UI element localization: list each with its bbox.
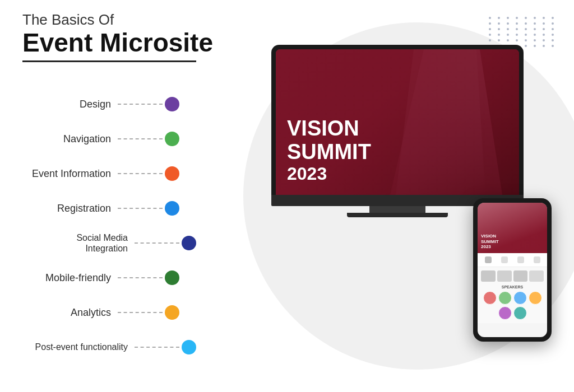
label-event-information: Event Information — [22, 168, 118, 180]
list-item-mobile-friendly: Mobile-friendly — [22, 260, 196, 295]
phone-grid-item-1 — [481, 270, 496, 282]
dashed-post-event — [135, 347, 179, 348]
list-item-event-information: Event Information — [22, 156, 196, 191]
laptop-line3: 2023 — [287, 164, 371, 184]
phone-line1: VISION — [481, 234, 499, 239]
header-title: Event Microsite — [22, 29, 213, 57]
label-navigation: Navigation — [22, 133, 118, 145]
phone-speakers-label: SPEAKERS — [481, 285, 544, 289]
page-header: The Basics Of Event Microsite — [22, 11, 213, 62]
header-subtitle: The Basics Of — [22, 11, 213, 29]
header-underline — [22, 60, 196, 62]
list-item-post-event: Post-event functionality — [22, 330, 196, 365]
dashed-social-media — [135, 242, 179, 244]
phone-avatar-3 — [529, 291, 542, 305]
laptop-screen-outer: VISION SUMMIT 2023 — [271, 45, 524, 195]
phone-nav-bar — [478, 253, 547, 267]
label-design: Design — [22, 99, 118, 110]
phone-top-image: VISION SUMMIT 2023 — [478, 203, 547, 253]
phone-avatars — [481, 291, 544, 320]
laptop-foot — [347, 213, 448, 217]
list-item-navigation: Navigation — [22, 122, 196, 156]
laptop-event-title: VISION SUMMIT 2023 — [287, 117, 371, 184]
laptop-screen: VISION SUMMIT 2023 — [276, 49, 519, 195]
dot-navigation — [165, 132, 179, 146]
dashed-navigation — [118, 138, 163, 139]
phone-mockup: VISION SUMMIT 2023 SPEAKERS — [473, 198, 552, 342]
phone-screen: VISION SUMMIT 2023 SPEAKERS — [478, 203, 547, 337]
phone-content: SPEAKERS — [478, 267, 547, 323]
list-item-registration: Registration — [22, 191, 196, 226]
label-social-media: Social MediaIntegration — [22, 232, 135, 254]
phone-event-title: VISION SUMMIT 2023 — [481, 234, 499, 250]
dot-mobile-friendly — [165, 270, 179, 285]
list-item-social-media: Social MediaIntegration — [22, 226, 196, 260]
laptop-line1: VISION — [287, 117, 371, 141]
list-item-analytics: Analytics — [22, 295, 196, 330]
dashed-mobile-friendly — [118, 277, 163, 278]
dot-analytics — [165, 305, 179, 320]
dot-registration — [165, 201, 179, 216]
laptop-mockup: VISION SUMMIT 2023 — [271, 45, 524, 217]
laptop-stand — [369, 206, 425, 213]
dashed-design — [118, 104, 163, 105]
phone-avatar-4 — [498, 306, 512, 320]
dot-event-information — [165, 166, 179, 181]
phone-avatar-5 — [513, 306, 527, 320]
phone-nav-icon-2 — [501, 256, 508, 263]
phone-avatar-2 — [513, 291, 527, 305]
phone-avatar-0 — [483, 291, 497, 305]
phone-line3: 2023 — [481, 244, 499, 250]
devices-area: VISION SUMMIT 2023 VISION SUMMIT 2023 — [260, 28, 552, 353]
phone-grid-item-3 — [513, 270, 528, 282]
phone-nav-icon-1 — [485, 256, 492, 263]
laptop-line2: SUMMIT — [287, 141, 371, 164]
label-registration: Registration — [22, 203, 118, 214]
label-mobile-friendly: Mobile-friendly — [22, 272, 118, 284]
features-list: DesignNavigationEvent InformationRegistr… — [22, 87, 196, 365]
dot-social-media — [182, 236, 196, 250]
dashed-registration — [118, 208, 163, 209]
phone-grid-item-2 — [497, 270, 512, 282]
label-analytics: Analytics — [22, 307, 118, 319]
dot-design — [165, 97, 179, 111]
label-post-event: Post-event functionality — [22, 342, 135, 352]
phone-grid — [481, 270, 544, 282]
phone-nav-icon-3 — [517, 256, 524, 263]
phone-grid-item-4 — [529, 270, 544, 282]
phone-nav-icon-4 — [534, 256, 540, 263]
phone-avatar-1 — [498, 291, 512, 305]
list-item-design: Design — [22, 87, 196, 122]
phone-line2: SUMMIT — [481, 239, 499, 245]
dashed-event-information — [118, 173, 163, 174]
dashed-analytics — [118, 312, 163, 313]
dot-post-event — [182, 340, 196, 354]
